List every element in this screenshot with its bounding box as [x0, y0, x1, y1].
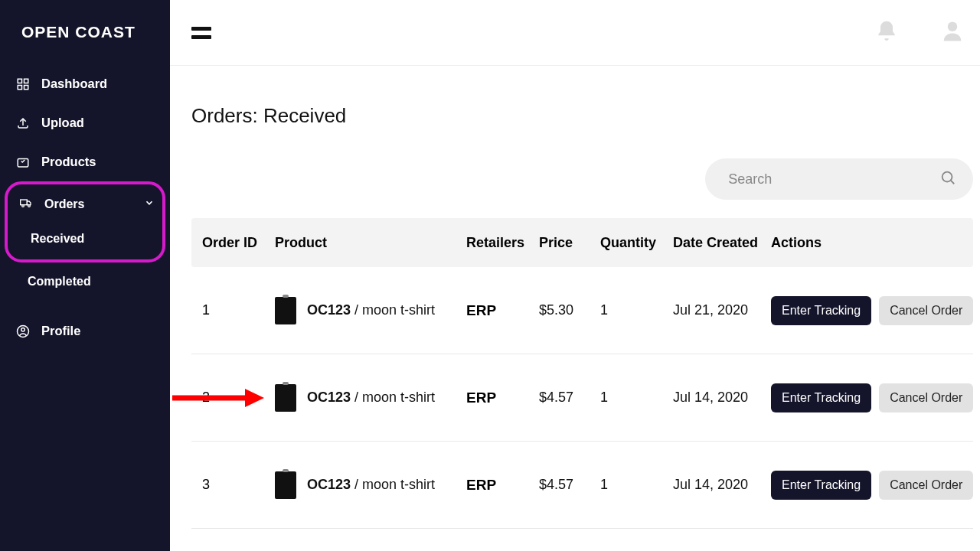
svg-line-13 — [951, 181, 955, 184]
cell-order-id: 3 — [202, 477, 275, 493]
cell-price: $4.57 — [539, 390, 600, 406]
sidebar: OPEN COAST Dashboard Upload Products — [0, 0, 170, 551]
cell-product-name: / moon t-shirt — [354, 302, 435, 318]
svg-rect-5 — [18, 158, 28, 167]
cancel-order-button[interactable]: Cancel Order — [879, 471, 973, 500]
col-retailers: Retailers — [466, 235, 539, 251]
svg-rect-3 — [24, 85, 28, 89]
cell-product-name: / moon t-shirt — [354, 477, 435, 492]
cell-sku: OC123 — [307, 477, 351, 492]
svg-point-7 — [22, 205, 24, 207]
product-thumb-icon — [275, 471, 296, 499]
menu-toggle-icon[interactable] — [191, 26, 214, 40]
dashboard-icon — [15, 77, 31, 91]
svg-rect-1 — [24, 79, 28, 83]
svg-point-12 — [942, 172, 952, 182]
enter-tracking-button[interactable]: Enter Tracking — [771, 471, 871, 500]
sidebar-item-dashboard[interactable]: Dashboard — [0, 64, 170, 103]
col-actions: Actions — [771, 235, 973, 251]
product-thumb-icon — [275, 384, 296, 412]
svg-point-8 — [28, 205, 31, 207]
cell-qty: 1 — [600, 390, 673, 406]
table-row: 2 OC123 / moon t-shirt ERP $4.57 1 Jul 1… — [191, 354, 973, 442]
cell-order-id: 2 — [202, 390, 275, 406]
sidebar-item-label: Orders — [44, 197, 84, 211]
cell-sku: OC123 — [307, 302, 351, 318]
topbar — [170, 0, 980, 66]
cell-price: $5.30 — [539, 302, 600, 318]
svg-rect-0 — [18, 79, 21, 83]
col-order-id: Order ID — [202, 235, 275, 251]
svg-point-11 — [948, 21, 958, 31]
user-icon[interactable] — [941, 19, 964, 47]
col-quantity: Quantity — [600, 235, 673, 251]
truck-icon — [18, 197, 34, 212]
table-row: 1 OC123 / moon t-shirt ERP $5.30 1 Jul 2… — [191, 267, 973, 354]
brand-logo: OPEN COAST — [0, 0, 170, 64]
cell-retailer: ERP — [466, 302, 539, 319]
cell-retailer: ERP — [466, 390, 539, 406]
sidebar-subitem-completed[interactable]: Completed — [0, 266, 170, 298]
col-date: Date Created — [673, 235, 771, 251]
svg-point-10 — [21, 328, 25, 331]
sidebar-item-label: Dashboard — [41, 77, 107, 91]
cell-sku: OC123 — [307, 390, 351, 405]
cell-price: $4.57 — [539, 477, 600, 493]
sidebar-item-label: Products — [41, 155, 96, 169]
sidebar-item-profile[interactable]: Profile — [0, 311, 170, 350]
enter-tracking-button[interactable]: Enter Tracking — [771, 383, 871, 412]
svg-rect-2 — [18, 85, 21, 89]
bell-icon[interactable] — [874, 18, 899, 47]
product-thumb-icon — [275, 297, 296, 324]
cell-retailer: ERP — [466, 477, 539, 494]
sidebar-subitem-label: Received — [31, 232, 84, 245]
table-header-row: Order ID Product Retailers Price Quantit… — [191, 218, 973, 267]
sidebar-subitem-received[interactable]: Received — [8, 223, 162, 255]
cancel-order-button[interactable]: Cancel Order — [879, 296, 973, 325]
col-price: Price — [539, 235, 600, 251]
chevron-down-icon — [144, 197, 155, 211]
search-input[interactable] — [705, 158, 973, 200]
cell-date: Jul 14, 2020 — [673, 477, 771, 493]
cell-product-name: / moon t-shirt — [354, 390, 435, 405]
sidebar-item-products[interactable]: Products — [0, 142, 170, 181]
sidebar-subitem-label: Completed — [28, 275, 91, 288]
sidebar-item-label: Upload — [41, 116, 84, 130]
products-icon — [15, 155, 31, 169]
cell-date: Jul 14, 2020 — [673, 390, 771, 406]
cell-order-id: 1 — [202, 302, 275, 318]
cell-qty: 1 — [600, 477, 673, 493]
cell-qty: 1 — [600, 302, 673, 318]
cancel-order-button[interactable]: Cancel Order — [879, 383, 973, 412]
search-icon[interactable] — [939, 169, 956, 189]
orders-highlight-annotation: Orders Received — [5, 181, 165, 262]
page-title: Orders: Received — [191, 104, 973, 128]
sidebar-item-upload[interactable]: Upload — [0, 103, 170, 142]
col-product: Product — [275, 235, 466, 251]
orders-table: Order ID Product Retailers Price Quantit… — [191, 218, 973, 529]
sidebar-item-label: Profile — [41, 324, 80, 338]
cell-date: Jul 21, 2020 — [673, 302, 771, 318]
main-content: Orders: Received Order ID Product Retail… — [170, 0, 980, 551]
table-row: 3 OC123 / moon t-shirt ERP $4.57 1 Jul 1… — [191, 442, 973, 529]
upload-icon — [15, 116, 31, 130]
profile-icon — [15, 324, 31, 338]
svg-rect-6 — [21, 200, 28, 205]
sidebar-item-orders[interactable]: Orders — [8, 186, 162, 223]
enter-tracking-button[interactable]: Enter Tracking — [771, 296, 871, 325]
